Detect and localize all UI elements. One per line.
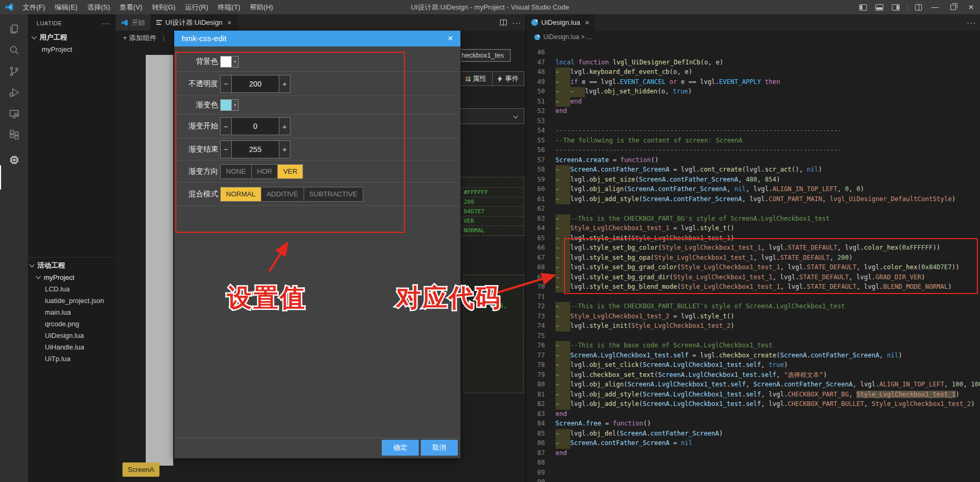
field-label: 渐变色 — [177, 100, 218, 110]
color-dropdown-icon[interactable]: ▾ — [231, 56, 238, 67]
source-control-icon[interactable] — [0, 61, 28, 82]
remote-explorer-icon[interactable] — [0, 103, 28, 124]
close-dialog-icon[interactable]: × — [445, 32, 456, 45]
divider — [907, 4, 908, 11]
screen-a-button[interactable]: ScreenA — [123, 462, 159, 477]
tab-events[interactable]: 事件 — [492, 72, 524, 86]
increment-button[interactable]: + — [279, 141, 290, 158]
code-editor[interactable]: 4647local function lvgl_UiDesigner_DefIn… — [526, 43, 980, 482]
split-editor-icon[interactable] — [500, 20, 507, 25]
add-component-button[interactable]: + 添加组件 — [116, 33, 156, 43]
segment-option-additive[interactable]: ADDITIVE — [261, 187, 304, 201]
stepper-value[interactable]: 0 — [231, 118, 279, 135]
tab-start[interactable]: 开始 — [116, 14, 151, 31]
restore-button[interactable] — [950, 5, 956, 10]
sidebar-file-main-lua[interactable]: main.lua — [28, 306, 116, 318]
line-number: 67 — [526, 253, 545, 263]
increment-button[interactable]: + — [279, 118, 290, 135]
sidebar-item-user-myproject[interactable]: myProject — [28, 43, 116, 55]
explorer-icon[interactable] — [0, 18, 28, 40]
breadcrumb[interactable]: UiDesign.lua > ... — [526, 31, 980, 43]
segment-option-none[interactable]: NONE — [221, 165, 251, 178]
increment-button[interactable]: + — [279, 75, 290, 92]
line-number: 66 — [526, 243, 545, 253]
cancel-button[interactable]: 取消 — [421, 440, 458, 456]
sidebar-file-luatide-project-json[interactable]: luatide_project.json — [28, 295, 116, 306]
menu-item[interactable]: 选择(S) — [82, 0, 115, 14]
line-content: →lvgl.style_init(Style_LvglCheckbox1_tes… — [555, 233, 734, 243]
segment-option-normal[interactable]: NORMAL — [221, 187, 261, 201]
menu-item[interactable]: 终端(T) — [213, 0, 245, 14]
segment-option-subtractive[interactable]: SUBTRACTIVE — [304, 187, 363, 201]
confirm-button[interactable]: 确定 — [382, 440, 419, 456]
tab-attributes[interactable]: 属性 — [460, 72, 492, 86]
stepper-value[interactable]: 200 — [231, 75, 279, 92]
dialog-title-bar[interactable]: hmk-css-edit × — [174, 31, 460, 46]
tab-ui-designer[interactable]: UI设计器:UiDesign × — [151, 14, 238, 31]
toggle-sidebar-icon[interactable] — [859, 4, 867, 11]
code-line-84: 84ScreenA.free = function() — [526, 419, 980, 429]
decrement-button[interactable]: − — [221, 118, 231, 135]
code-line-69: 69→lvgl.style_set_bg_grad_dir(Style_Lvgl… — [526, 272, 980, 282]
component-name-input[interactable]: heckbox1_tes — [460, 49, 511, 62]
style-value: 84D7E7 — [460, 207, 524, 216]
line-number: 77 — [526, 351, 545, 361]
code-line-78: 78→lvgl.obj_set_click(ScreenA.LvglCheckb… — [526, 360, 980, 370]
vscode-logo-icon — [5, 3, 14, 12]
toggle-panel-icon[interactable] — [875, 4, 883, 11]
style-value: #FFFFFF — [460, 188, 524, 197]
sidebar-file-qrcode-png[interactable]: qrcode.png — [28, 318, 116, 329]
hmk-css-edit-dialog: hmk-css-edit × 背景色▾不透明度−200+渐变色▾渐变开始−0+渐… — [174, 31, 460, 458]
file-name: UiHandle.lua — [45, 343, 84, 351]
line-content: end — [555, 409, 567, 419]
toggle-secondary-sidebar-icon[interactable] — [892, 4, 900, 11]
dialog-row-color: 渐变色▾ — [177, 96, 457, 115]
decrement-button[interactable]: − — [221, 75, 231, 92]
run-debug-icon[interactable] — [0, 82, 28, 103]
decrement-button[interactable]: − — [221, 141, 231, 158]
color-swatch[interactable] — [221, 100, 231, 110]
customize-layout-icon[interactable] — [915, 4, 922, 11]
more-actions-icon[interactable]: ··· — [967, 18, 976, 27]
more-actions-icon[interactable]: ··· — [101, 19, 110, 27]
stepper-value[interactable]: 255 — [231, 141, 279, 158]
menu-item[interactable]: 文件(F) — [18, 0, 50, 14]
line-number: 54 — [526, 126, 545, 136]
sidebar-file-lcd-lua[interactable]: LCD.lua — [28, 283, 116, 295]
editor-actions: ··· — [500, 14, 521, 31]
sidebar-item-user-project-section[interactable]: 用户工程 — [28, 32, 116, 43]
minimize-button[interactable]: — — [926, 0, 944, 14]
dialog-row-color: 背景色▾ — [177, 52, 457, 72]
extensions-icon[interactable] — [0, 124, 28, 145]
close-tab-icon[interactable]: × — [227, 18, 231, 27]
line-content: →ScreenA.contFather_ScreenA = nil — [555, 438, 692, 448]
tab-uidesign-lua[interactable]: UiDesign.lua × — [526, 14, 595, 31]
menu-item[interactable]: 转到(G) — [147, 0, 181, 14]
more-actions-icon[interactable]: ··· — [512, 18, 521, 27]
sidebar-item-active-myproject[interactable]: myProject — [28, 271, 116, 283]
color-picker[interactable]: ▾ — [220, 56, 239, 68]
search-icon[interactable] — [0, 40, 28, 61]
menu-item[interactable]: 运行(R) — [180, 0, 213, 14]
code-line-64: 64→Style_LvglCheckbox1_test_1 = lvgl.sty… — [526, 223, 980, 233]
sidebar-item-active-project-section[interactable]: 活动工程 — [28, 260, 116, 271]
line-number: 57 — [526, 155, 545, 165]
color-swatch[interactable] — [221, 56, 231, 67]
color-picker[interactable]: ▾ — [220, 99, 239, 111]
segment-option-ver[interactable]: VER — [277, 165, 303, 178]
close-window-button[interactable]: × — [962, 0, 980, 14]
code-line-88: 88 — [526, 458, 980, 468]
menu-item[interactable]: 帮助(H) — [245, 0, 278, 14]
color-dropdown-icon[interactable]: ▾ — [231, 100, 238, 110]
style-select-dropdown[interactable] — [460, 108, 524, 124]
code-line-61: 61→lvgl.obj_add_style(ScreenA.contFather… — [526, 194, 980, 204]
menu-item[interactable]: 编辑(E) — [50, 0, 82, 14]
menu-item[interactable]: 查看(V) — [115, 0, 147, 14]
segment-option-hor[interactable]: HOR — [251, 165, 278, 178]
close-tab-icon[interactable]: × — [585, 18, 589, 27]
sidebar-file-uitp-lua[interactable]: UiTp.lua — [28, 353, 116, 364]
luatide-chip-icon[interactable] — [0, 149, 28, 171]
sidebar-file-uidesign-lua[interactable]: UiDesign.lua — [28, 329, 116, 341]
sidebar-file-uihandle-lua[interactable]: UiHandle.lua — [28, 341, 116, 353]
line-number: 52 — [526, 106, 545, 116]
